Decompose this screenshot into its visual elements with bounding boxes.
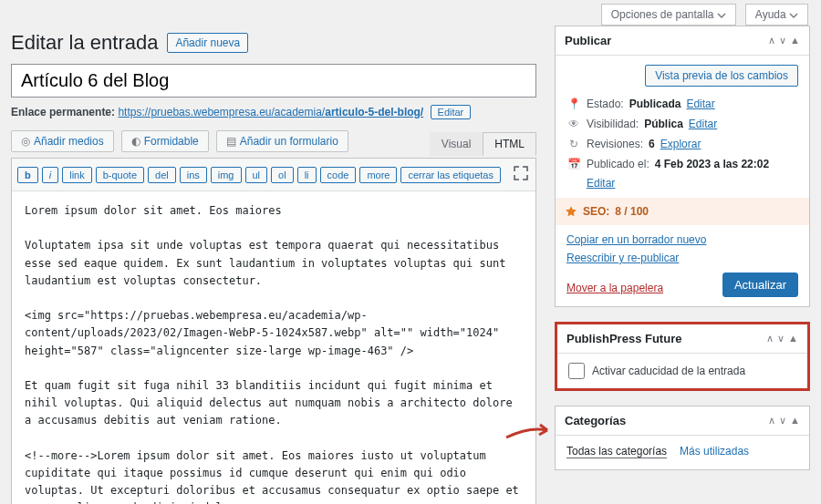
help-button[interactable]: Ayuda <box>745 4 808 26</box>
edit-visibility-link[interactable]: Editar <box>689 118 717 130</box>
screen-options-button[interactable]: Opciones de pantalla <box>601 4 736 26</box>
toolbar-code[interactable]: code <box>320 167 357 183</box>
toolbar-b[interactable]: b <box>17 167 38 183</box>
permalink-link[interactable]: https://pruebas.webempresa.eu/academia/a… <box>118 106 423 118</box>
status-row: 📍 Estado: Publicada Editar <box>566 94 798 114</box>
eye-icon: 👁 <box>566 118 581 130</box>
formidable-icon: ◐ <box>131 135 140 148</box>
toolbar-i[interactable]: i <box>42 167 58 183</box>
editor-textarea[interactable]: Lorem ipsum dolor sit amet. Eos maiores … <box>12 191 535 504</box>
categories-tab-most[interactable]: Más utilizadas <box>680 445 749 458</box>
calendar-icon: 📅 <box>566 158 581 170</box>
add-form-button[interactable]: ▤Añadir un formulario <box>216 130 348 152</box>
visibility-row: 👁 Visibilidad: Pública Editar <box>566 114 798 134</box>
toolbar-img[interactable]: img <box>211 167 242 183</box>
fullscreen-icon[interactable] <box>512 164 530 185</box>
publishpress-future-panel: PublishPress Future ∧ ∨ ▲ Activar caduci… <box>555 322 810 391</box>
pin-icon: 📍 <box>566 98 581 110</box>
update-button[interactable]: Actualizar <box>722 273 798 297</box>
browse-revisions-link[interactable]: Explorar <box>660 138 701 150</box>
toolbar-ol[interactable]: ol <box>271 167 294 183</box>
panel-toggle-icon[interactable]: ▲ <box>790 35 800 46</box>
toolbar-more[interactable]: more <box>359 167 397 183</box>
expire-checkbox[interactable] <box>568 363 585 379</box>
categories-tab-all[interactable]: Todas las categorías <box>566 445 667 458</box>
toolbar-bquote[interactable]: b-quote <box>96 167 144 183</box>
post-title-input[interactable] <box>11 64 536 98</box>
panel-down-icon[interactable]: ∨ <box>779 35 786 46</box>
revisions-icon: ↻ <box>566 138 581 150</box>
formidable-button[interactable]: ◐Formidable <box>121 130 209 152</box>
panel-up-icon[interactable]: ∧ <box>766 333 774 345</box>
page-title: Editar la entrada Añadir nueva <box>11 26 536 64</box>
panel-down-icon[interactable]: ∨ <box>777 333 785 345</box>
panel-up-icon[interactable]: ∧ <box>768 35 775 46</box>
editor-toolbar: b i link b-quote del ins img ul ol li co… <box>12 159 535 191</box>
trash-link[interactable]: Mover a la papelera <box>566 279 663 297</box>
camera-icon: ◎ <box>21 135 30 148</box>
revisions-row: ↻ Revisiones: 6 Explorar <box>566 134 798 154</box>
toolbar-del[interactable]: del <box>148 167 176 183</box>
expire-label: Activar caducidad de la entrada <box>592 365 745 377</box>
add-new-button[interactable]: Añadir nueva <box>167 33 248 53</box>
edit-permalink-button[interactable]: Editar <box>431 105 472 119</box>
permalink-row: Enlace permanente: https://pruebas.webem… <box>11 98 536 130</box>
preview-button[interactable]: Vista previa de los cambios <box>645 65 798 87</box>
toolbar-li[interactable]: li <box>297 167 317 183</box>
edit-date-link[interactable]: Editar <box>587 174 798 192</box>
published-row: 📅 Publicado el: 4 Feb 2023 a las 22:02 <box>566 154 798 174</box>
toolbar-closetags[interactable]: cerrar las etiquetas <box>400 167 501 183</box>
toolbar-link[interactable]: link <box>62 167 92 183</box>
tab-html[interactable]: HTML <box>483 132 536 156</box>
seo-row: SEO: 8 / 100 <box>556 198 809 225</box>
panel-toggle-icon[interactable]: ▲ <box>790 415 800 427</box>
panel-up-icon[interactable]: ∧ <box>768 415 775 427</box>
add-media-button[interactable]: ◎Añadir medios <box>11 130 114 152</box>
rewrite-link[interactable]: Reescribir y re-publicar <box>566 249 798 267</box>
toolbar-ul[interactable]: ul <box>245 167 268 183</box>
form-icon: ▤ <box>226 135 236 148</box>
panel-toggle-icon[interactable]: ▲ <box>788 333 798 345</box>
categories-panel: Categorías ∧ ∨ ▲ Todas las categorías Má… <box>555 406 810 470</box>
publish-panel: Publicar ∧ ∨ ▲ Vista previa de los cambi… <box>555 26 810 307</box>
panel-down-icon[interactable]: ∨ <box>779 415 786 427</box>
tab-visual[interactable]: Visual <box>430 132 483 156</box>
toolbar-ins[interactable]: ins <box>180 167 207 183</box>
edit-status-link[interactable]: Editar <box>686 98 714 110</box>
copy-draft-link[interactable]: Copiar en un borrador nuevo <box>566 231 798 249</box>
